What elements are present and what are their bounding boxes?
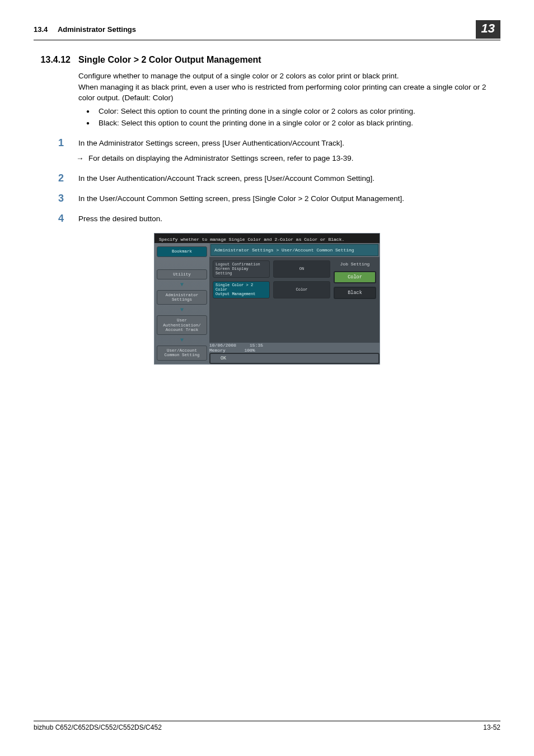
option-black-button[interactable]: Black — [334, 287, 376, 299]
footer-memory-value: 100% — [244, 348, 255, 353]
device-breadcrumb: Administrator Settings > User/Account Co… — [210, 244, 378, 256]
section-number: 13.4.12 — [34, 55, 78, 65]
bullet-black: Black: Select this option to count the p… — [78, 118, 500, 129]
footer-model: bizhub C652/C652DS/C552/C552DS/C452 — [34, 724, 162, 731]
page-header: 13.4 Administrator Settings 13 — [34, 20, 500, 40]
nav-arrow-icon: ▼ — [157, 282, 207, 288]
setting-row: Logout Confirmation Screen Display Setti… — [213, 260, 330, 278]
intro-paragraph-1: Configure whether to manage the output o… — [78, 71, 500, 82]
section-title: Single Color > 2 Color Output Management — [78, 55, 261, 65]
option-color-button[interactable]: Color — [334, 271, 376, 283]
chapter-badge: 13 — [476, 20, 500, 39]
ok-button[interactable]: OK — [209, 353, 380, 364]
setting-label-logout[interactable]: Logout Confirmation Screen Display Setti… — [213, 260, 270, 278]
header-section-name: Administrator Settings — [58, 25, 136, 34]
bullet-color: Color: Select this option to count the p… — [78, 106, 500, 117]
step-text-4: Press the desired button. — [78, 213, 500, 225]
nav-utility-button[interactable]: Utility — [157, 269, 207, 279]
nav-common-setting-button[interactable]: User/Account Common Setting — [157, 346, 207, 361]
step-number-4: 4 — [34, 213, 78, 225]
nav-arrow-icon: ▼ — [157, 337, 207, 343]
step-text-3: In the User/Account Common Setting scree… — [78, 193, 500, 204]
setting-value-output-mgmt: Color — [273, 281, 330, 298]
device-panel: Specify whether to manage Single Color a… — [154, 233, 380, 364]
intro-paragraph-2: When managing it as black print, even a … — [78, 82, 500, 104]
step-text-1: In the Administrator Settings screen, pr… — [78, 138, 500, 149]
header-section-number: 13.4 — [34, 25, 48, 34]
setting-value-logout: ON — [273, 260, 330, 278]
step-subnote-1: For details on displaying the Administra… — [78, 153, 500, 164]
footer-page-number: 13-52 — [483, 724, 500, 731]
footer-time: 15:35 — [250, 343, 263, 348]
option-list: Color: Select this option to count the p… — [78, 106, 500, 129]
device-prompt: Specify whether to manage Single Color a… — [154, 234, 380, 243]
step-text-2: In the User Authentication/Account Track… — [78, 173, 500, 184]
page-footer: bizhub C652/C652DS/C552/C552DS/C452 13-5… — [34, 721, 500, 731]
step-number-2: 2 — [34, 173, 78, 184]
setting-row: Single Color > 2 Color Output Management… — [213, 281, 330, 298]
nav-bookmark-button[interactable]: Bookmark — [157, 246, 207, 256]
nav-user-auth-button[interactable]: User Authentication/ Account Track — [157, 315, 207, 335]
step-number-1: 1 — [34, 138, 78, 164]
step-number-3: 3 — [34, 193, 78, 204]
footer-date: 10/06/2008 — [209, 343, 236, 348]
nav-admin-settings-button[interactable]: Administrator Settings — [157, 290, 207, 305]
job-setting-label: Job Setting — [334, 260, 376, 268]
nav-arrow-icon: ▼ — [157, 307, 207, 313]
setting-label-output-mgmt[interactable]: Single Color > 2 Color Output Management — [213, 281, 270, 298]
device-nav: Bookmark Utility ▼ Administrator Setting… — [154, 243, 209, 363]
footer-memory-label: Memory — [209, 348, 226, 353]
